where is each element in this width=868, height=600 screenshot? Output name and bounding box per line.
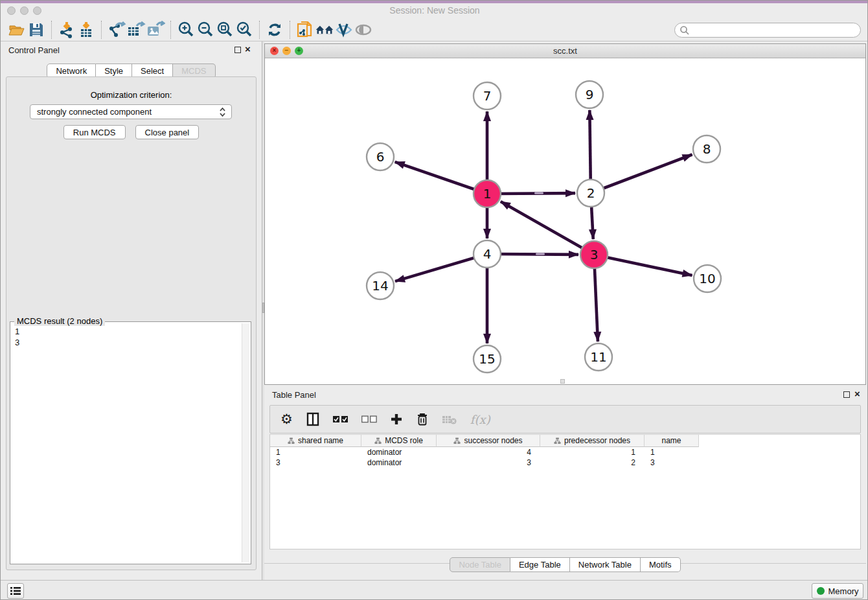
graph-node-4[interactable]: 4 <box>474 240 501 268</box>
graph-node-9[interactable]: 9 <box>576 81 603 108</box>
node-label: 7 <box>483 88 492 104</box>
result-line: 3 <box>15 337 240 348</box>
graph-node-15[interactable]: 15 <box>474 345 501 373</box>
graph-node-6[interactable]: 6 <box>367 143 394 170</box>
refresh-icon <box>266 21 284 39</box>
export-network-button[interactable] <box>107 20 126 40</box>
graph-node-3[interactable]: 3 <box>580 241 608 268</box>
tab-edge-table[interactable]: Edge Table <box>510 557 570 572</box>
table-settings-button[interactable]: ⚙ <box>280 411 293 428</box>
style-preview-button[interactable] <box>334 20 354 40</box>
optimization-criterion-select[interactable]: strongly connected component <box>30 104 232 119</box>
open-network-file-button[interactable] <box>295 20 315 40</box>
column-header-shared-name[interactable]: shared name <box>270 435 361 447</box>
table-cell: 1 <box>540 447 645 457</box>
graph-node-1[interactable]: 1 <box>474 180 501 207</box>
select-all-columns-button[interactable] <box>333 411 348 428</box>
graph-node-7[interactable]: 7 <box>474 82 501 110</box>
node-label: 1 <box>483 186 492 202</box>
show-columns-button[interactable] <box>306 411 320 428</box>
tab-node-table[interactable]: Node Table <box>450 557 510 572</box>
window-resize-handle[interactable] <box>560 379 565 384</box>
column-header-successor-nodes[interactable]: successor nodes <box>437 435 540 447</box>
network-window-titlebar[interactable]: × − + scc.txt <box>265 44 865 58</box>
control-panel-title: Control Panel <box>8 45 60 55</box>
task-history-button[interactable] <box>7 583 24 599</box>
graph-node-11[interactable]: 11 <box>585 343 612 371</box>
home-button[interactable] <box>315 20 334 40</box>
main-toolbar <box>1 18 868 41</box>
result-scrollbar[interactable] <box>242 323 249 562</box>
table-cell: 1 <box>270 447 361 457</box>
hide-panel-button[interactable] <box>354 20 373 40</box>
save-session-button[interactable] <box>27 20 46 40</box>
node-label: 10 <box>699 271 715 286</box>
zoom-out-button[interactable] <box>196 20 215 40</box>
zoom-selected-button[interactable] <box>234 20 254 40</box>
delete-column-button[interactable] <box>416 411 429 428</box>
table-cell: dominator <box>361 457 437 468</box>
table-row[interactable]: 1dominator411 <box>270 447 860 457</box>
graph-edge-3-10[interactable] <box>594 255 692 275</box>
run-mcds-button[interactable]: Run MCDS <box>63 125 126 139</box>
open-session-button[interactable] <box>7 20 27 40</box>
homes-icon <box>315 21 334 38</box>
export-table-button[interactable] <box>126 20 146 40</box>
network-canvas[interactable]: 7968124314101511 <box>265 58 865 384</box>
table-panel: Table Panel × ⚙ <box>264 386 866 580</box>
zoom-in-button[interactable] <box>176 20 196 40</box>
graph-node-14[interactable]: 14 <box>367 272 394 299</box>
trash-icon <box>416 412 429 426</box>
table-row[interactable]: 3dominator323 <box>270 457 860 468</box>
node-label: 15 <box>479 351 495 367</box>
checked-boxes-icon <box>333 415 348 423</box>
graph-node-10[interactable]: 10 <box>694 265 721 292</box>
network-view-window[interactable]: × − + scc.txt 7968124314101511 <box>264 43 866 385</box>
export-image-button[interactable] <box>146 20 165 40</box>
table-cell: 2 <box>540 457 645 468</box>
graph-edge-2-8[interactable] <box>591 155 692 193</box>
close-table-panel-icon[interactable]: × <box>854 388 860 400</box>
table-cell: 1 <box>645 447 699 457</box>
columns-icon <box>306 412 320 426</box>
window-title: Session: New Session <box>1 3 868 18</box>
result-line: 1 <box>15 326 240 337</box>
float-panel-icon[interactable] <box>234 47 241 53</box>
float-table-panel-icon[interactable] <box>843 391 850 398</box>
app-titlebar[interactable]: Session: New Session <box>1 3 868 18</box>
graph-edge-1-6[interactable] <box>395 162 487 194</box>
import-network-button[interactable] <box>57 20 76 40</box>
memory-button[interactable]: Memory <box>812 583 863 599</box>
chevron-up-down-icon <box>219 107 226 117</box>
column-header-predecessor-nodes[interactable]: predecessor nodes <box>540 435 645 447</box>
graph-edge-4-14[interactable] <box>395 254 487 281</box>
column-header-name[interactable]: name <box>645 435 699 447</box>
tab-motifs[interactable]: Motifs <box>641 557 681 572</box>
import-table-button[interactable] <box>76 20 96 40</box>
node-label: 2 <box>587 185 595 201</box>
mcds-result-list[interactable]: 13 <box>12 323 242 562</box>
graph-edges <box>395 110 692 343</box>
create-column-button[interactable] <box>390 411 403 428</box>
close-panel-button[interactable]: Close panel <box>135 125 200 139</box>
vizmapper-eye-icon <box>334 21 354 38</box>
export-table-icon <box>126 21 146 39</box>
tab-network-table[interactable]: Network Table <box>570 557 641 572</box>
graph-node-2[interactable]: 2 <box>577 179 604 207</box>
zoom-fit-button[interactable] <box>215 20 234 40</box>
table-cell: dominator <box>361 447 437 457</box>
node-label: 9 <box>586 87 594 102</box>
close-panel-icon[interactable]: × <box>245 43 251 55</box>
graph-edge-3-1[interactable] <box>501 202 594 255</box>
graph-node-8[interactable]: 8 <box>693 135 720 163</box>
refresh-button[interactable] <box>265 20 284 40</box>
table-cell: 3 <box>270 457 361 468</box>
gear-icon: ⚙ <box>280 412 293 426</box>
search-input[interactable] <box>690 24 860 36</box>
table-toolbar: ⚙ <box>269 405 861 433</box>
network-document-icon <box>295 20 315 40</box>
table-body: 1dominator4113dominator323 <box>270 447 860 468</box>
column-header-MCDS-role[interactable]: MCDS role <box>361 435 437 447</box>
search-field[interactable] <box>674 23 861 38</box>
unselect-all-columns-button[interactable] <box>361 411 377 428</box>
